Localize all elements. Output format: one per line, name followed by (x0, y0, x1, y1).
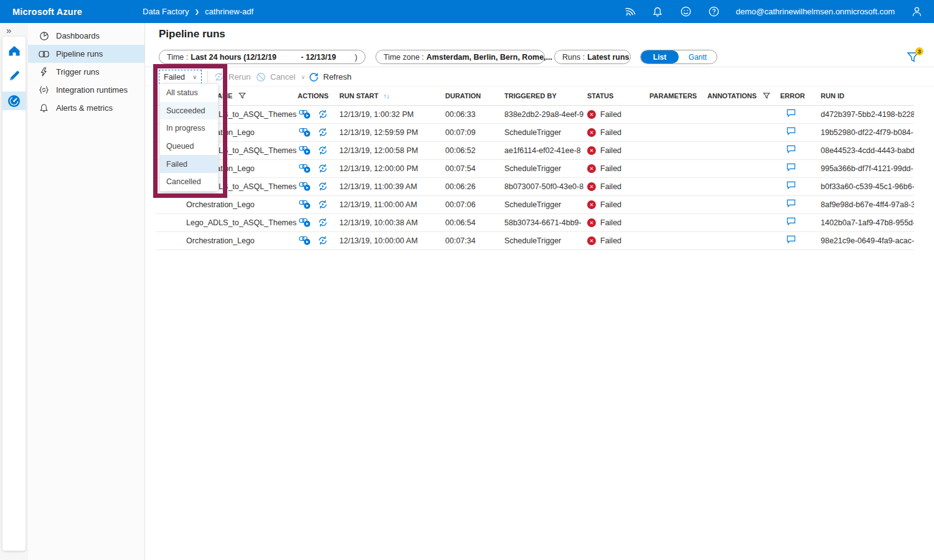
status-dropdown-panel: All status Succeeded In progress Queued … (159, 83, 219, 192)
error-cell (780, 105, 821, 123)
header-duration[interactable]: DURATION (445, 87, 504, 105)
status-filter-dropdown[interactable]: Failed ∨ (159, 70, 202, 84)
status-option-in-progress[interactable]: In progress (160, 119, 218, 138)
run-id: 995a366b-df7f-4121-99dd- (821, 159, 914, 177)
account-email[interactable]: demo@cathrinewilhelmsen.onmicrosoft.com (736, 7, 895, 16)
azure-brand[interactable]: Microsoft Azure (12, 7, 82, 17)
breadcrumb-separator-icon: ❯ (194, 9, 199, 15)
parameters-cell (649, 159, 707, 177)
refresh-button[interactable]: Refresh (309, 70, 352, 84)
view-activity-runs-icon[interactable] (299, 146, 311, 156)
rerun-run-icon[interactable] (318, 127, 328, 138)
rerun-run-icon[interactable] (318, 145, 328, 156)
time-filter-start: Last 24 hours (12/12/19 (191, 53, 276, 62)
expand-rail-icon[interactable]: » (6, 25, 11, 35)
error-message-icon[interactable] (786, 199, 796, 208)
alerts-bell-icon (39, 103, 49, 113)
error-message-icon[interactable] (786, 235, 796, 244)
feedback-signal-icon[interactable] (624, 6, 636, 17)
pipeline-name[interactable]: Orchestration_Lego (156, 195, 298, 213)
header-triggered-by[interactable]: TRIGGERED BY (504, 87, 587, 105)
gantt-view-button[interactable]: Gantt (679, 50, 717, 63)
status-option-all[interactable]: All status (160, 84, 218, 102)
annotations-cell (707, 141, 780, 159)
view-activity-runs-icon[interactable] (299, 110, 311, 119)
error-message-icon[interactable] (786, 109, 796, 118)
rerun-run-icon[interactable] (318, 163, 328, 174)
column-filter-button[interactable]: 3 (906, 50, 922, 67)
error-cell (780, 123, 821, 141)
feedback-smiley-icon[interactable] (680, 6, 692, 17)
error-message-icon[interactable] (786, 127, 796, 136)
parameters-cell (649, 141, 707, 159)
runs-filter-label: Runs : (562, 53, 585, 62)
status-option-cancelled[interactable]: Cancelled (160, 173, 218, 191)
time-filter-pill[interactable]: Time : Last 24 hours (12/12/19 - 12/13/1… (159, 50, 366, 64)
list-view-button[interactable]: List (641, 50, 679, 63)
actions-cell (298, 141, 339, 159)
view-activity-runs-icon[interactable] (299, 200, 311, 210)
failed-status-icon: ✕ (587, 146, 596, 155)
cancel-button[interactable]: Cancel ∨ (256, 70, 305, 84)
view-activity-runs-icon[interactable] (299, 128, 311, 138)
annotations-cell (707, 213, 780, 231)
sort-arrows-icon[interactable]: ↑↓ (384, 93, 390, 100)
sidebar-item-dashboards[interactable]: Dashboards (28, 27, 144, 45)
status-cell: ✕ Failed (587, 159, 649, 177)
error-cell (780, 213, 821, 231)
view-activity-runs-icon[interactable] (299, 236, 311, 246)
view-activity-runs-icon[interactable] (299, 164, 311, 174)
sidebar-item-trigger-runs[interactable]: Trigger runs (28, 63, 144, 81)
rerun-run-icon[interactable] (318, 181, 328, 192)
pipeline-name[interactable]: Orchestration_Lego (156, 231, 298, 250)
breadcrumb-resource[interactable]: cathrinew-adf (205, 7, 253, 16)
annotations-filter-funnel-icon[interactable] (763, 92, 770, 100)
table-row: Orchestration_Lego (156, 159, 914, 177)
help-icon[interactable] (708, 6, 720, 17)
error-message-icon[interactable] (786, 181, 796, 190)
view-activity-runs-icon[interactable] (299, 182, 311, 192)
header-annotations[interactable]: ANNOTATIONS (707, 87, 780, 105)
sidebar-item-alerts-metrics[interactable]: Alerts & metrics (28, 99, 144, 117)
author-button[interactable] (2, 65, 26, 86)
timezone-filter-pill[interactable]: Time zone : Amsterdam, Berlin, Bern, Rom… (375, 50, 545, 64)
view-activity-runs-icon[interactable] (299, 218, 311, 228)
rerun-run-icon[interactable] (318, 235, 328, 246)
status-option-failed[interactable]: Failed (160, 155, 218, 173)
annotations-cell (707, 177, 780, 195)
runs-filter-pill[interactable]: Runs : Latest runs (554, 50, 631, 64)
pipeline-name[interactable]: Lego_ADLS_to_ASQL_Themes (156, 213, 298, 231)
main-content: Pipeline runs Time : Last 24 hours (12/1… (145, 23, 934, 560)
name-filter-funnel-icon[interactable] (238, 92, 246, 100)
integration-runtimes-icon (39, 85, 49, 95)
sidebar-item-label: Pipeline runs (56, 49, 103, 58)
rerun-run-icon[interactable] (318, 109, 328, 119)
error-message-icon[interactable] (786, 163, 796, 172)
account-avatar-icon[interactable] (911, 6, 923, 17)
breadcrumb-app[interactable]: Data Factory (143, 7, 189, 16)
status-cell: ✕ Failed (587, 213, 649, 231)
actions-cell (298, 177, 339, 195)
status-option-succeeded[interactable]: Succeeded (160, 102, 218, 120)
gauge-icon (7, 94, 21, 108)
monitor-button[interactable] (2, 91, 26, 110)
header-run-start[interactable]: RUN START ↑↓ (339, 87, 445, 105)
sidebar-item-integration-runtimes[interactable]: Integration runtimes (28, 81, 144, 99)
error-message-icon[interactable] (786, 145, 796, 154)
header-status[interactable]: STATUS (587, 87, 649, 105)
error-message-icon[interactable] (786, 217, 796, 226)
header-parameters: PARAMETERS (649, 87, 707, 105)
sidebar-item-pipeline-runs[interactable]: Pipeline runs (28, 45, 144, 63)
status-option-queued[interactable]: Queued (160, 138, 218, 156)
notifications-bell-icon[interactable] (652, 6, 664, 17)
run-id: 08e44523-4cdd-4443-babd (821, 141, 914, 159)
status-cell: ✕ Failed (587, 123, 649, 141)
rerun-run-icon[interactable] (318, 199, 328, 210)
rerun-run-icon[interactable] (318, 217, 328, 228)
home-button[interactable] (2, 40, 26, 62)
table-row: Lego_ADLS_to_ASQL_Themes (156, 177, 914, 195)
duration: 00:06:26 (445, 177, 504, 195)
parameters-cell (649, 105, 707, 123)
rerun-button[interactable]: Rerun (214, 70, 250, 84)
failed-status-icon: ✕ (587, 110, 596, 119)
